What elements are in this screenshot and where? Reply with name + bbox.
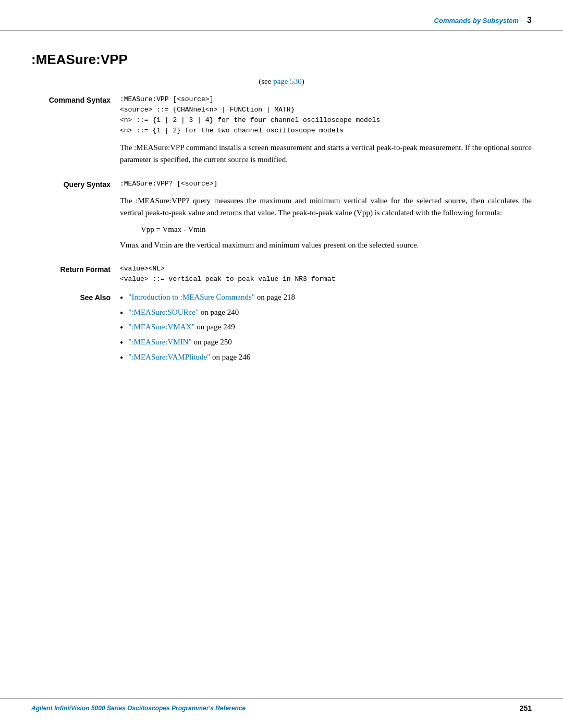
query-syntax-description1: The :MEASure:VPP? query measures the max…: [120, 195, 532, 219]
see-also-item-4-text: ":MEASure:VMIN" on page 250: [128, 338, 231, 347]
see-also-item-3: • ":MEASure:VMAX" on page 249: [120, 323, 532, 334]
page-footer: Agilent InfiniiVision 5000 Series Oscill…: [0, 698, 563, 712]
query-syntax-section: Query Syntax :MEASure:VPP? [<source>] Th…: [31, 180, 532, 258]
see-also-list: • "Introduction to :MEASure Commands" on…: [120, 293, 532, 364]
return-format-section: Return Format <value><NL> <value> ::= ve…: [31, 265, 532, 286]
query-syntax-content: :MEASure:VPP? [<source>] The :MEASure:VP…: [120, 180, 532, 258]
page: Commands by Subsystem 3 :MEASure:VPP (se…: [0, 0, 563, 728]
header-page-number: 3: [527, 16, 532, 25]
command-syntax-line-3: <n> ::= {1 | 2 | 3 | 4} for the four cha…: [120, 116, 532, 124]
header-right: Commands by Subsystem 3: [434, 16, 532, 25]
footer-title: Agilent InfiniiVision 5000 Series Oscill…: [31, 705, 246, 712]
see-also-section: See Also • "Introduction to :MEASure Com…: [31, 293, 532, 367]
see-also-link-2[interactable]: ":MEASure:SOURce": [128, 308, 199, 316]
command-syntax-line-2: <source> ::= {CHANnel<n> | FUNCtion | MA…: [120, 106, 532, 114]
query-syntax-description2: Vmax and Vmin are the vertical maximum a…: [120, 239, 532, 251]
footer-page-number: 251: [520, 704, 532, 712]
see-also-item-1: • "Introduction to :MEASure Commands" on…: [120, 293, 532, 304]
page-header: Commands by Subsystem 3: [0, 0, 563, 31]
bullet-icon-3: •: [120, 323, 123, 334]
query-syntax-formula: Vpp = Vmax - Vmin: [141, 225, 532, 234]
section-title: :MEASure:VPP: [31, 52, 532, 68]
command-syntax-section: Command Syntax :MEASure:VPP [<source>] <…: [31, 95, 532, 172]
see-page-reference: (see page 530): [31, 77, 532, 86]
see-also-item-2-text: ":MEASure:SOURce" on page 240: [128, 308, 239, 317]
return-format-line-1: <value><NL>: [120, 265, 532, 273]
bullet-icon-4: •: [120, 338, 123, 349]
see-also-item-5: • ":MEASure:VAMPlitude" on page 246: [120, 353, 532, 364]
see-also-item-3-text: ":MEASure:VMAX" on page 249: [128, 323, 235, 331]
command-syntax-line-1: :MEASure:VPP [<source>]: [120, 95, 532, 103]
see-also-link-3[interactable]: ":MEASure:VMAX": [128, 323, 194, 331]
see-also-item-1-text: "Introduction to :MEASure Commands" on p…: [128, 293, 295, 302]
query-syntax-line: :MEASure:VPP? [<source>]: [120, 180, 532, 188]
bullet-icon-1: •: [120, 293, 123, 304]
see-also-item-5-text: ":MEASure:VAMPlitude" on page 246: [128, 353, 250, 362]
see-also-item-4: • ":MEASure:VMIN" on page 250: [120, 338, 532, 349]
command-syntax-content: :MEASure:VPP [<source>] <source> ::= {CH…: [120, 95, 532, 172]
see-also-link-4[interactable]: ":MEASure:VMIN": [128, 338, 191, 346]
see-page-link[interactable]: page 530: [273, 77, 302, 85]
command-syntax-label: Command Syntax: [31, 95, 120, 104]
see-also-item-2: • ":MEASure:SOURce" on page 240: [120, 308, 532, 319]
bullet-icon-2: •: [120, 308, 123, 319]
see-also-label: See Also: [31, 293, 120, 302]
header-title: Commands by Subsystem: [434, 17, 519, 24]
return-format-line-2: <value> ::= vertical peak to peak value …: [120, 275, 532, 283]
see-also-content: • "Introduction to :MEASure Commands" on…: [120, 293, 532, 367]
bullet-icon-5: •: [120, 353, 123, 364]
command-syntax-line-4: <n> ::= {1 | 2} for the two channel osci…: [120, 127, 532, 134]
return-format-label: Return Format: [31, 265, 120, 274]
see-also-link-5[interactable]: ":MEASure:VAMPlitude": [128, 353, 210, 361]
query-syntax-label: Query Syntax: [31, 180, 120, 189]
return-format-content: <value><NL> <value> ::= vertical peak to…: [120, 265, 532, 286]
command-syntax-description: The :MEASure:VPP command installs a scre…: [120, 142, 532, 166]
main-content: :MEASure:VPP (see page 530) Command Synt…: [0, 31, 563, 406]
see-also-link-1[interactable]: "Introduction to :MEASure Commands": [128, 293, 255, 301]
